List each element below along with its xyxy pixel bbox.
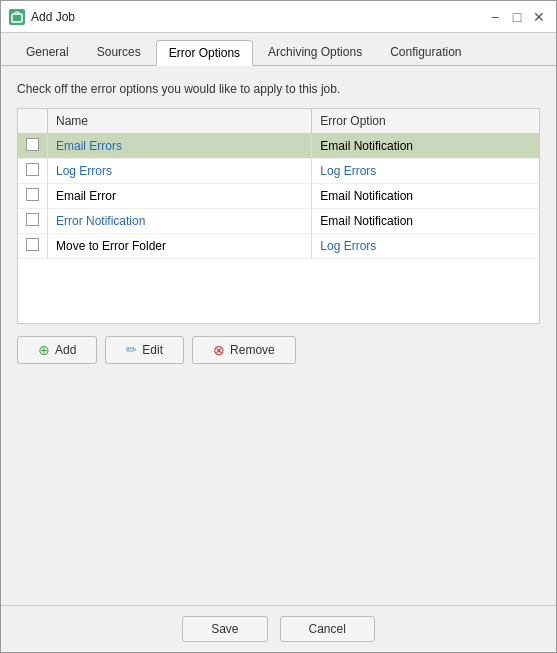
instruction-text: Check off the error options you would li… bbox=[17, 82, 540, 96]
row-error-option-cell: Email Notification bbox=[312, 184, 539, 209]
tab-sources[interactable]: Sources bbox=[84, 39, 154, 65]
table-row[interactable]: Log ErrorsLog Errors bbox=[18, 159, 539, 184]
content-area: Check off the error options you would li… bbox=[1, 66, 556, 605]
tab-bar: General Sources Error Options Archiving … bbox=[1, 33, 556, 66]
row-checkbox-cell bbox=[18, 159, 48, 184]
col-header-name: Name bbox=[48, 109, 312, 134]
row-name-link[interactable]: Error Notification bbox=[56, 214, 145, 228]
action-button-row: ⊕ Add ✏ Edit ⊗ Remove bbox=[17, 336, 540, 364]
table-header-row: Name Error Option bbox=[18, 109, 539, 134]
table-row[interactable]: Move to Error FolderLog Errors bbox=[18, 234, 539, 259]
maximize-button[interactable]: □ bbox=[508, 8, 526, 26]
main-window: Add Job − □ ✕ General Sources Error Opti… bbox=[0, 0, 557, 653]
row-checkbox-cell bbox=[18, 209, 48, 234]
tab-archiving-options[interactable]: Archiving Options bbox=[255, 39, 375, 65]
row-checkbox[interactable] bbox=[26, 188, 39, 201]
add-label: Add bbox=[55, 343, 76, 357]
error-options-table: Name Error Option Email ErrorsEmail Noti… bbox=[17, 108, 540, 324]
col-header-checkbox bbox=[18, 109, 48, 134]
remove-button[interactable]: ⊗ Remove bbox=[192, 336, 296, 364]
row-error-option-cell: Log Errors bbox=[312, 234, 539, 259]
tab-general[interactable]: General bbox=[13, 39, 82, 65]
row-checkbox[interactable] bbox=[26, 213, 39, 226]
tab-configuration[interactable]: Configuration bbox=[377, 39, 474, 65]
row-option-link[interactable]: Log Errors bbox=[320, 239, 376, 253]
row-error-option-cell: Email Notification bbox=[312, 134, 539, 159]
save-button[interactable]: Save bbox=[182, 616, 267, 642]
app-icon bbox=[9, 9, 25, 25]
table-row[interactable]: Error NotificationEmail Notification bbox=[18, 209, 539, 234]
row-checkbox[interactable] bbox=[26, 138, 39, 151]
row-name-link[interactable]: Log Errors bbox=[56, 164, 112, 178]
window-title: Add Job bbox=[31, 10, 480, 24]
row-error-option-cell: Email Notification bbox=[312, 209, 539, 234]
row-name-cell: Email Error bbox=[48, 184, 312, 209]
row-name-cell: Log Errors bbox=[48, 159, 312, 184]
table-row[interactable]: Email ErrorEmail Notification bbox=[18, 184, 539, 209]
row-name-cell: Email Errors bbox=[48, 134, 312, 159]
svg-rect-0 bbox=[12, 14, 22, 22]
add-button[interactable]: ⊕ Add bbox=[17, 336, 97, 364]
col-header-error-option: Error Option bbox=[312, 109, 539, 134]
row-checkbox[interactable] bbox=[26, 238, 39, 251]
title-bar: Add Job − □ ✕ bbox=[1, 1, 556, 33]
window-controls: − □ ✕ bbox=[486, 8, 548, 26]
edit-icon: ✏ bbox=[126, 342, 137, 357]
row-name-link[interactable]: Email Errors bbox=[56, 139, 122, 153]
footer: Save Cancel bbox=[1, 605, 556, 652]
remove-icon: ⊗ bbox=[213, 342, 225, 358]
row-name-cell: Move to Error Folder bbox=[48, 234, 312, 259]
row-option-link[interactable]: Log Errors bbox=[320, 164, 376, 178]
close-button[interactable]: ✕ bbox=[530, 8, 548, 26]
row-checkbox-cell bbox=[18, 184, 48, 209]
row-checkbox-cell bbox=[18, 234, 48, 259]
row-checkbox[interactable] bbox=[26, 163, 39, 176]
edit-label: Edit bbox=[142, 343, 163, 357]
row-name-cell: Error Notification bbox=[48, 209, 312, 234]
row-error-option-cell: Log Errors bbox=[312, 159, 539, 184]
edit-button[interactable]: ✏ Edit bbox=[105, 336, 184, 364]
table-row[interactable]: Email ErrorsEmail Notification bbox=[18, 134, 539, 159]
row-checkbox-cell bbox=[18, 134, 48, 159]
tab-error-options[interactable]: Error Options bbox=[156, 40, 253, 66]
add-icon: ⊕ bbox=[38, 342, 50, 358]
minimize-button[interactable]: − bbox=[486, 8, 504, 26]
remove-label: Remove bbox=[230, 343, 275, 357]
cancel-button[interactable]: Cancel bbox=[280, 616, 375, 642]
